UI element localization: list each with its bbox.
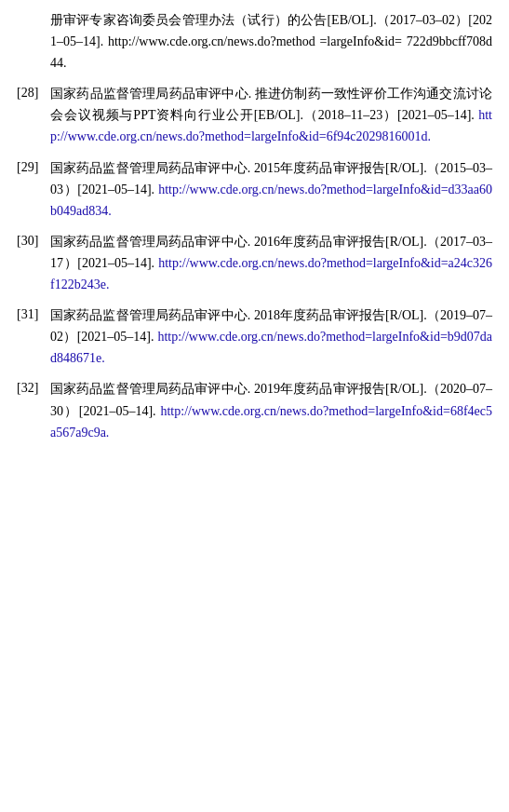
- ref-number-32: [32]: [17, 378, 50, 442]
- ref-content-32: 国家药品监督管理局药品审评中心. 2019年度药品审评报告[R/OL].（202…: [50, 378, 492, 442]
- reference-list: [28] 国家药品监督管理局药品审评中心. 推进仿制药一致性评价工作沟通交流讨论…: [17, 83, 492, 442]
- ref-number-31: [31]: [17, 304, 50, 369]
- ref-number-30: [30]: [17, 231, 50, 295]
- references-container: 册审评专家咨询委员会管理办法（试行）的公告[EB/OL].（2017–03–02…: [17, 9, 492, 443]
- list-item: [29] 国家药品监督管理局药品审评中心. 2015年度药品审评报告[R/OL]…: [17, 157, 492, 222]
- ref-content-30: 国家药品监督管理局药品审评中心. 2016年度药品审评报告[R/OL].（201…: [50, 231, 492, 295]
- ref-url-32[interactable]: http://www.cde.org.cn/news.do?method=lar…: [50, 404, 492, 440]
- ref-url-31[interactable]: http://www.cde.org.cn/news.do?method=lar…: [50, 330, 492, 365]
- ref-url-30[interactable]: http://www.cde.org.cn/news.do?method=lar…: [50, 256, 492, 291]
- ref-url-29[interactable]: http://www.cde.org.cn/news.do?method=lar…: [50, 183, 492, 218]
- list-item: [32] 国家药品监督管理局药品审评中心. 2019年度药品审评报告[R/OL]…: [17, 378, 492, 442]
- ref-content-28: 国家药品监督管理局药品审评中心. 推进仿制药一致性评价工作沟通交流讨论会会议视频…: [50, 83, 492, 147]
- ref-number-28: [28]: [17, 83, 50, 147]
- list-item: [31] 国家药品监督管理局药品审评中心. 2018年度药品审评报告[R/OL]…: [17, 304, 492, 369]
- ref-number-29: [29]: [17, 157, 50, 222]
- list-item: [30] 国家药品监督管理局药品审评中心. 2016年度药品审评报告[R/OL]…: [17, 231, 492, 295]
- ref-content-31: 国家药品监督管理局药品审评中心. 2018年度药品审评报告[R/OL].（201…: [50, 304, 492, 369]
- list-item: [28] 国家药品监督管理局药品审评中心. 推进仿制药一致性评价工作沟通交流讨论…: [17, 83, 492, 147]
- ref-url-28[interactable]: http://www.cde.org.cn/news.do?method=lar…: [50, 108, 492, 143]
- ref-content-29: 国家药品监督管理局药品审评中心. 2015年度药品审评报告[R/OL].（201…: [50, 157, 492, 222]
- partial-reference-top: 册审评专家咨询委员会管理办法（试行）的公告[EB/OL].（2017–03–02…: [17, 9, 492, 74]
